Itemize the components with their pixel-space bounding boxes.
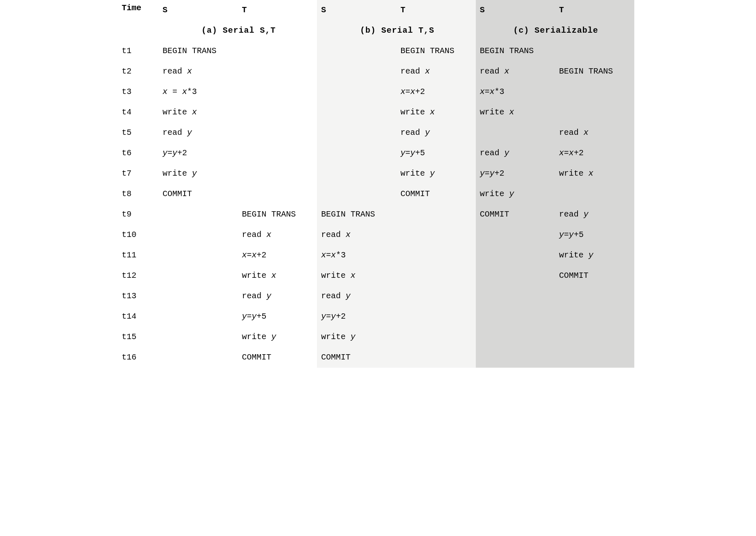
time-step: t11 <box>122 245 158 266</box>
op-b-t: BEGIN TRANS <box>396 41 475 61</box>
panel-c-row <box>476 347 634 368</box>
panel-c-row: y=y+2 write x <box>476 163 634 184</box>
time-step: t1 <box>122 41 158 61</box>
panel-c-row: write y <box>476 184 634 204</box>
op-c-t <box>555 184 634 204</box>
panel-c-row <box>476 286 634 306</box>
panel-c-row <box>476 327 634 347</box>
panel-b-row: read y <box>317 286 475 306</box>
op-a-t: x=x+2 <box>238 245 317 266</box>
op-c-t <box>555 306 634 327</box>
op-b-t: write y <box>396 163 475 184</box>
op-c-s <box>476 306 555 327</box>
op-a-s: write y <box>158 163 238 184</box>
panel-a-caption-wrap: (a) Serial S,T <box>158 20 317 41</box>
time-step: t3 <box>122 82 158 102</box>
op-b-t: read y <box>396 123 475 143</box>
panel-c-row: BEGIN TRANS <box>476 41 634 61</box>
header-b-s: S <box>317 0 396 20</box>
panel-c-row: write x <box>476 102 634 123</box>
caption-time-spacer <box>122 20 158 41</box>
schedule-table: Time S T S T S T (a) Serial S,T (b) Seri… <box>122 0 634 368</box>
op-c-s <box>476 286 555 306</box>
panel-a-row: BEGIN TRANS <box>158 41 317 61</box>
panel-a-row: x = x*3 <box>158 82 317 102</box>
panel-a-header: S T <box>158 0 317 20</box>
op-a-s <box>158 245 238 266</box>
op-b-t: x=x+2 <box>396 82 475 102</box>
panel-c-row: y=y+5 <box>476 225 634 245</box>
op-a-t: read x <box>238 225 317 245</box>
op-a-s <box>158 306 238 327</box>
panel-a-row: COMMIT <box>158 184 317 204</box>
time-step: t4 <box>122 102 158 123</box>
op-a-s <box>158 327 238 347</box>
panel-c-row <box>476 306 634 327</box>
op-a-t <box>238 41 317 61</box>
panel-a-row: write x <box>158 266 317 286</box>
caption-b: (b) Serial T,S <box>317 20 475 41</box>
op-c-s: x=x*3 <box>476 82 555 102</box>
time-step: t14 <box>122 306 158 327</box>
op-a-t: read y <box>238 286 317 306</box>
op-b-s <box>317 163 396 184</box>
panel-c-row: read x BEGIN TRANS <box>476 61 634 82</box>
op-c-t <box>555 82 634 102</box>
op-b-t <box>396 327 475 347</box>
time-step: t5 <box>122 123 158 143</box>
op-c-t: COMMIT <box>555 266 634 286</box>
op-c-s: y=y+2 <box>476 163 555 184</box>
panel-b-row: COMMIT <box>317 347 475 368</box>
time-step: t2 <box>122 61 158 82</box>
op-b-t <box>396 225 475 245</box>
panel-b-row: write x <box>317 266 475 286</box>
op-b-s <box>317 61 396 82</box>
time-step: t10 <box>122 225 158 245</box>
time-step: t15 <box>122 327 158 347</box>
panel-a-row: y=y+5 <box>158 306 317 327</box>
panel-c-header: S T <box>476 0 634 20</box>
op-c-t: read y <box>555 204 634 225</box>
op-c-s <box>476 225 555 245</box>
op-c-t: y=y+5 <box>555 225 634 245</box>
op-b-s <box>317 123 396 143</box>
op-a-t <box>238 123 317 143</box>
panel-c-row: write y <box>476 245 634 266</box>
panel-a-row: y=y+2 <box>158 143 317 163</box>
op-b-t: y=y+5 <box>396 143 475 163</box>
op-c-t <box>555 327 634 347</box>
header-time: Time <box>122 0 158 20</box>
time-step: t12 <box>122 266 158 286</box>
op-b-t <box>396 204 475 225</box>
op-b-s: write y <box>317 327 396 347</box>
op-a-t <box>238 61 317 82</box>
panel-b-row: y=y+5 <box>317 143 475 163</box>
header-a-s: S <box>158 0 238 20</box>
op-a-s: read y <box>158 123 238 143</box>
panel-b-caption-wrap: (b) Serial T,S <box>317 20 475 41</box>
time-step: t13 <box>122 286 158 306</box>
op-a-t <box>238 102 317 123</box>
panel-c-row: x=x*3 <box>476 82 634 102</box>
op-a-s: y=y+2 <box>158 143 238 163</box>
panel-a-row: COMMIT <box>158 347 317 368</box>
panel-c-caption-wrap: (c) Serializable <box>476 20 634 41</box>
op-a-s <box>158 347 238 368</box>
panel-b-row: y=y+2 <box>317 306 475 327</box>
op-b-s: x=x*3 <box>317 245 396 266</box>
panel-a-row: read x <box>158 61 317 82</box>
op-a-t: BEGIN TRANS <box>238 204 317 225</box>
op-b-s <box>317 184 396 204</box>
panel-a-row: BEGIN TRANS <box>158 204 317 225</box>
op-c-s: read y <box>476 143 555 163</box>
panel-b-row: read y <box>317 123 475 143</box>
op-a-t <box>238 82 317 102</box>
op-c-s <box>476 245 555 266</box>
panel-b-row: read x <box>317 61 475 82</box>
time-step: t7 <box>122 163 158 184</box>
op-b-s <box>317 102 396 123</box>
caption-c: (c) Serializable <box>476 20 634 41</box>
op-a-t: write x <box>238 266 317 286</box>
panel-b-row: read x <box>317 225 475 245</box>
panel-c-row: COMMIT read y <box>476 204 634 225</box>
